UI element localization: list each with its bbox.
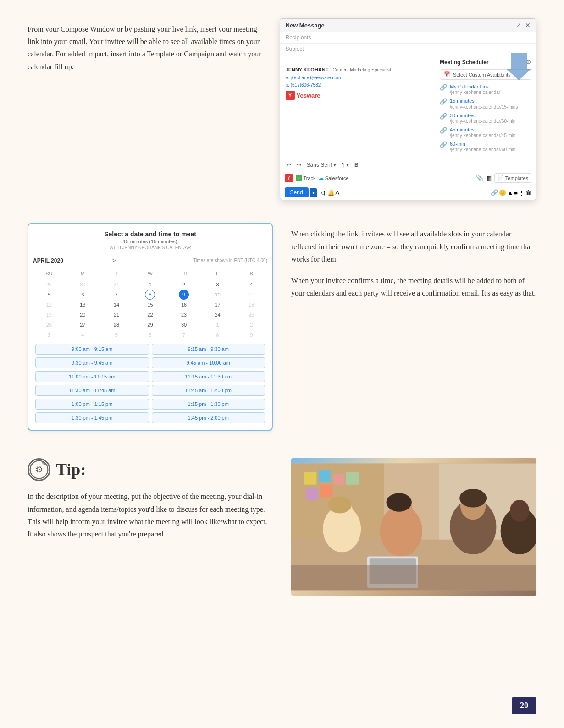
paperclip-icon[interactable]: 📎 [476, 175, 483, 181]
cal-cell[interactable]: 27 [66, 320, 100, 330]
day-m: M [66, 269, 100, 278]
yesware-logo: Y Yesware [286, 91, 429, 100]
cal-cell[interactable]: 17 [201, 300, 235, 310]
tip-title: Tip: [56, 460, 86, 479]
time-slot[interactable]: 1:15 pm - 1:30 pm [152, 399, 265, 410]
cal-cell[interactable]: 13 [66, 300, 100, 310]
cal-cell[interactable]: 1 [133, 279, 167, 290]
templates-button[interactable]: 📄 Templates [494, 173, 531, 183]
cal-cell[interactable]: 20 [66, 310, 100, 320]
send-arrow-icon[interactable]: ◁ [320, 189, 325, 196]
calendar-next-btn[interactable]: > [112, 257, 116, 264]
salesforce-item[interactable]: ☁ Salesforce [319, 175, 349, 181]
sender-title-text: Content Marketing Specialist [333, 67, 391, 72]
link-label-2[interactable]: 30 minutes [450, 112, 515, 119]
time-slot[interactable]: 11:15 am - 11:30 am [152, 371, 265, 382]
svg-text:✎: ✎ [41, 461, 45, 466]
scheduler-link-15min: 🔗 15 minutes /jenny-keohane-calendar/15-… [440, 98, 531, 109]
cal-today-cell[interactable]: 9 [179, 290, 189, 300]
bell-icon[interactable]: 🔔 [327, 189, 335, 196]
cal-cell-today[interactable]: 9 [167, 290, 201, 300]
calendar-slots: 9:00 am - 9:15 am 9:15 am - 9:30 am 9:30… [28, 342, 272, 430]
link-url-0: /jenny-keohane-calendar [450, 90, 500, 95]
cal-week-6: 3 4 5 6 7 8 9 [32, 330, 268, 340]
time-slot[interactable]: 11:45 am - 12:00 pm [152, 385, 265, 396]
cal-cell[interactable]: 14 [100, 300, 133, 310]
link-label-0[interactable]: My Calendar Link [450, 83, 500, 90]
upload-icon[interactable]: ▲ [507, 189, 513, 196]
send-dropdown-button[interactable]: ▾ [310, 188, 317, 197]
cal-cell[interactable]: 29 [133, 320, 167, 330]
track-checkbox[interactable]: ✓ [296, 175, 302, 181]
meeting-photo-svg [291, 458, 536, 596]
track-checkbox-item[interactable]: ✓ Track [296, 175, 316, 181]
cal-cell[interactable]: 24 [201, 310, 235, 320]
expand-icon[interactable]: ↗ [516, 22, 521, 29]
cal-cell[interactable]: 4 [234, 279, 268, 290]
scheduler-title: Meeting Scheduler [440, 59, 489, 66]
redo-icon[interactable]: ↪ [295, 161, 303, 169]
cal-cell[interactable]: 21 [100, 310, 133, 320]
grid-icon[interactable]: ▦ [486, 175, 492, 181]
cal-cell-8[interactable]: 8 [133, 290, 167, 300]
link-icon: 🔗 [440, 113, 447, 120]
undo-icon[interactable]: ↩ [285, 161, 293, 169]
cal-cell[interactable]: 28 [100, 320, 133, 330]
link-label-3[interactable]: 45 minutes [450, 126, 515, 133]
confirm-paragraph: When your invitee confirms a time, the m… [291, 274, 536, 299]
bold-icon[interactable]: B [353, 161, 360, 169]
cal-cell[interactable]: 15 [133, 300, 167, 310]
slot-row-5: 1:00 pm - 1:15 pm 1:15 pm - 1:30 pm [34, 399, 266, 410]
time-slot[interactable]: 1:30 pm - 1:45 pm [35, 412, 149, 423]
link-label-4[interactable]: 60-min [450, 141, 515, 147]
tip-icon: ⚙ ✎ [28, 458, 50, 481]
text-color-icon[interactable]: A [336, 189, 340, 196]
link-url-2: /jenny-keohane-calendar/30-min [450, 119, 515, 124]
cal-cell[interactable]: 3 [201, 279, 235, 290]
cal-cell[interactable]: 2 [167, 279, 201, 290]
calendar-day-headers: SU M T W TH F S [32, 268, 268, 279]
cal-cell[interactable]: 10 [201, 290, 235, 300]
cal-cell[interactable]: 7 [100, 290, 133, 300]
link-icon: 🔗 [440, 84, 447, 91]
font-selector[interactable]: Sans Serif ▾ [305, 161, 338, 169]
compose-body-left: — JENNY KEOHANE | Content Marketing Spec… [280, 55, 435, 159]
close-icon[interactable]: ✕ [525, 22, 531, 29]
cal-circle-cell[interactable]: 8 [145, 290, 155, 300]
cal-cell[interactable]: 22 [133, 310, 167, 320]
time-slot[interactable]: 1:00 pm - 1:15 pm [35, 399, 149, 410]
time-slot[interactable]: 11:00 am - 11:15 am [35, 371, 149, 382]
time-slot[interactable]: 9:15 am - 9:30 am [152, 344, 265, 355]
track-label: Track [304, 175, 316, 181]
time-slot[interactable]: 9:30 am - 9:45 am [35, 357, 149, 368]
time-slot[interactable]: 1:45 pm - 2:00 pm [152, 412, 265, 423]
slot-row-4: 11:30 am - 11:45 am 11:45 am - 12:00 pm [34, 385, 266, 396]
time-slot[interactable]: 9:00 am - 9:15 am [35, 344, 149, 355]
subject-field: Subject [280, 44, 536, 55]
cal-cell: 18 [234, 300, 268, 310]
cal-cell[interactable]: 6 [66, 290, 100, 300]
cal-cell[interactable]: 5 [32, 290, 66, 300]
cal-cell[interactable]: 23 [167, 310, 201, 320]
emoji-icon[interactable]: 🙂 [499, 189, 506, 196]
link-url-4: /jenny-keohane-calendar/60-min [450, 147, 515, 152]
link-url-1: /jenny-keohane-calendar/15-mins [450, 104, 518, 109]
trash-icon[interactable]: 🗑 [525, 189, 531, 196]
link-label-1[interactable]: 15 minutes [450, 98, 518, 104]
time-slot[interactable]: 9:45 am - 10:00 am [152, 357, 265, 368]
cal-cell: 3 [32, 330, 66, 340]
stop-icon[interactable]: ■ [514, 189, 518, 196]
link-icon[interactable]: 🔗 [491, 189, 498, 196]
day-th: TH [167, 269, 201, 278]
time-slot[interactable]: 11:30 am - 11:45 am [35, 385, 149, 396]
cal-cell[interactable]: 16 [167, 300, 201, 310]
cal-cell[interactable]: 30 [167, 320, 201, 330]
minimize-icon[interactable]: — [506, 22, 512, 29]
paragraph-icon[interactable]: ¶ ▾ [340, 161, 351, 169]
cal-cell: 30 [66, 279, 100, 290]
subject-label: Subject [286, 46, 304, 52]
send-label: Send [290, 189, 303, 196]
send-button[interactable]: Send [285, 187, 309, 197]
more-options-icon[interactable]: ⋮ [519, 189, 525, 196]
cal-cell: 29 [32, 279, 66, 290]
